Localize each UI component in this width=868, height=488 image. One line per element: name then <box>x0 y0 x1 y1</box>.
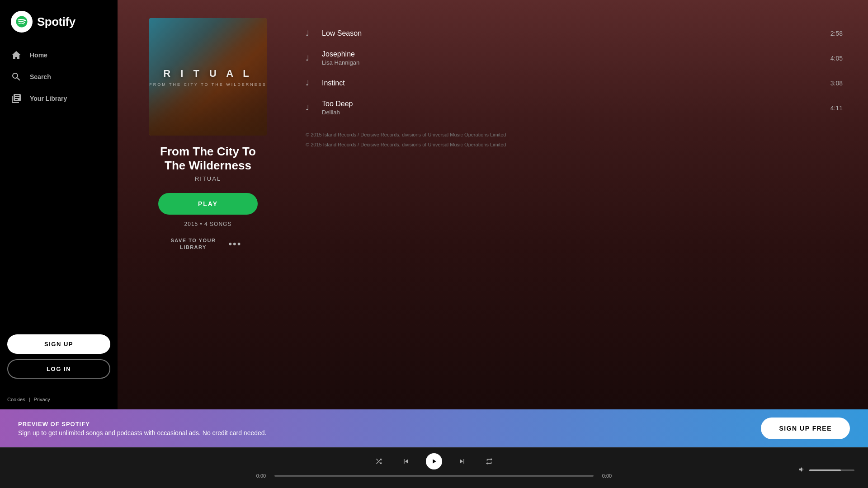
player-progress: 0:00 0:00 <box>253 473 615 479</box>
album-cover: R I T U A L FROM THE CITY TO THE WILDERN… <box>149 18 267 136</box>
album-title: From The City ToThe Wilderness <box>160 145 256 173</box>
privacy-link[interactable]: Privacy <box>34 397 50 402</box>
sidebar-logo: Spotify <box>0 11 118 45</box>
repeat-button[interactable] <box>482 454 496 469</box>
album-meta: 2015 • 4 SONGS <box>184 221 232 227</box>
signup-button[interactable]: SIGN UP <box>7 334 110 354</box>
track-duration: 4:11 <box>825 104 843 112</box>
save-library-button[interactable]: SAVE TO YOUR LIBRARY <box>170 237 216 251</box>
signup-free-button[interactable]: SIGN UP FREE <box>761 418 850 439</box>
track-artist: Delilah <box>322 109 817 116</box>
sidebar-item-library[interactable]: Your Library <box>4 89 114 108</box>
cover-gradient <box>149 81 267 136</box>
sidebar-footer: Cookies | Privacy <box>0 389 118 409</box>
track-note-icon: ♩ <box>306 103 315 112</box>
track-name: Instinct <box>322 79 817 87</box>
album-actions: SAVE TO YOUR LIBRARY ••• <box>170 236 245 252</box>
track-duration: 4:05 <box>825 55 843 62</box>
track-item[interactable]: ♩ Too Deep Delilah 4:11 <box>298 94 850 122</box>
track-name: Low Season <box>322 29 817 38</box>
track-list: ♩ Low Season 2:58 ♩ Josephine Lisa Hanni… <box>298 18 850 252</box>
cookies-link[interactable]: Cookies <box>7 397 25 402</box>
track-item[interactable]: ♩ Low Season 2:58 <box>298 23 850 44</box>
track-item[interactable]: ♩ Instinct 3:08 <box>298 72 850 94</box>
volume-section <box>798 466 854 474</box>
track-name: Josephine <box>322 50 817 58</box>
album-artist: RITUAL <box>195 175 221 182</box>
track-name: Too Deep <box>322 100 817 108</box>
sidebar-item-search[interactable]: Search <box>4 67 114 87</box>
cover-title-text: R I T U A L <box>149 67 267 81</box>
player-bar-wrapper: 0:00 0:00 <box>0 447 868 488</box>
track-note-icon: ♩ <box>306 79 315 87</box>
more-options-button[interactable]: ••• <box>225 236 245 252</box>
track-note-icon: ♩ <box>306 54 315 62</box>
preview-title: PREVIEW OF SPOTIFY <box>18 421 266 427</box>
footer-divider: | <box>29 397 30 402</box>
progress-bar[interactable] <box>274 475 594 477</box>
copyright-line-1: © 2015 Island Records / Decisive Records… <box>306 131 843 139</box>
copyright-line-2: © 2015 Island Records / Decisive Records… <box>306 141 843 149</box>
track-info: Josephine Lisa Hannigan <box>322 50 817 66</box>
library-label: Your Library <box>30 95 67 102</box>
track-info: Too Deep Delilah <box>322 100 817 116</box>
player-controls <box>9 453 859 469</box>
main-content: R I T U A L FROM THE CITY TO THE WILDERN… <box>118 0 868 409</box>
album-left-panel: R I T U A L FROM THE CITY TO THE WILDERN… <box>136 18 280 252</box>
preview-banner: PREVIEW OF SPOTIFY Sign up to get unlimi… <box>0 409 868 447</box>
player-bar: 0:00 0:00 <box>0 447 868 488</box>
track-info: Low Season <box>322 29 817 38</box>
preview-text: PREVIEW OF SPOTIFY Sign up to get unlimi… <box>18 421 266 436</box>
play-button[interactable]: PLAY <box>158 193 258 215</box>
search-label: Search <box>30 73 51 80</box>
home-icon <box>11 50 22 61</box>
shuffle-button[interactable] <box>372 454 386 469</box>
sidebar-buttons: SIGN UP LOG IN <box>0 324 118 389</box>
time-end: 0:00 <box>599 473 615 479</box>
volume-icon <box>798 466 806 474</box>
track-duration: 3:08 <box>825 80 843 87</box>
copyright-section: © 2015 Island Records / Decisive Records… <box>298 122 850 158</box>
spotify-wordmark: Spotify <box>37 15 75 29</box>
album-page: R I T U A L FROM THE CITY TO THE WILDERN… <box>118 0 868 270</box>
cover-subtitle-text: FROM THE CITY TO THE WILDERNESS <box>149 82 267 87</box>
spotify-logo-icon <box>11 11 33 33</box>
track-info: Instinct <box>322 79 817 87</box>
next-button[interactable] <box>455 454 469 469</box>
sidebar-item-home[interactable]: Home <box>4 45 114 65</box>
sidebar: Spotify Home Search Your Library <box>0 0 118 409</box>
track-duration: 2:58 <box>825 30 843 37</box>
play-pause-button[interactable] <box>426 453 442 469</box>
login-button[interactable]: LOG IN <box>7 359 110 379</box>
home-label: Home <box>30 52 47 59</box>
preview-subtitle: Sign up to get unlimited songs and podca… <box>18 429 266 436</box>
volume-fill <box>809 469 841 471</box>
track-item[interactable]: ♩ Josephine Lisa Hannigan 4:05 <box>298 44 850 72</box>
search-icon <box>11 71 22 82</box>
sidebar-nav: Home Search Your Library <box>0 45 118 108</box>
library-icon <box>11 93 22 104</box>
time-start: 0:00 <box>253 473 269 479</box>
volume-bar[interactable] <box>809 469 854 471</box>
track-artist: Lisa Hannigan <box>322 59 817 66</box>
track-note-icon: ♩ <box>306 29 315 38</box>
prev-button[interactable] <box>399 454 413 469</box>
